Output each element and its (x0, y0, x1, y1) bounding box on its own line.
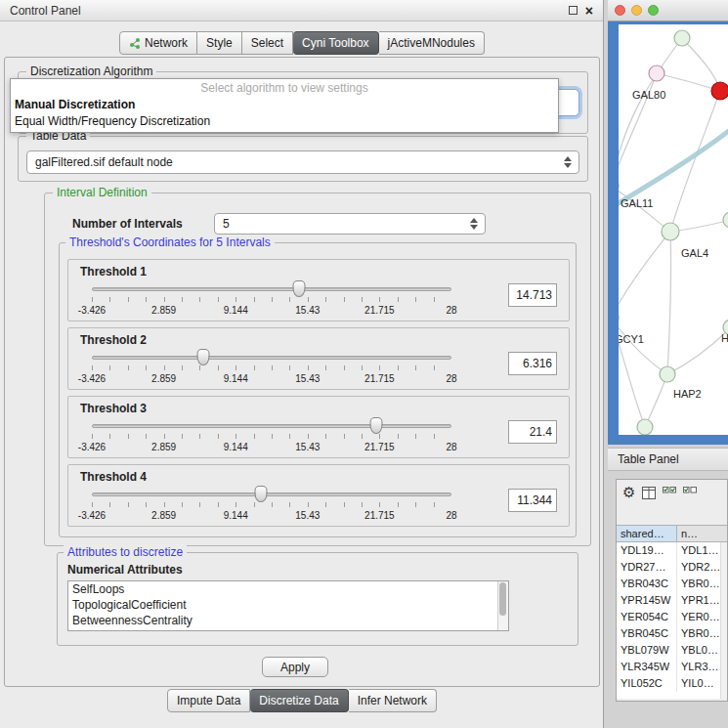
threshold-label: Threshold 3 (80, 402, 147, 415)
tab-select[interactable]: Select (242, 31, 293, 55)
float-window-icon[interactable] (569, 6, 578, 15)
minimize-traffic-light[interactable] (631, 5, 642, 16)
apply-button[interactable]: Apply (262, 657, 328, 677)
scale-label: 28 (446, 510, 456, 521)
number-of-intervals-value: 5 (215, 217, 466, 231)
node-label-hap2: HAP2 (673, 388, 702, 400)
slider-track[interactable] (92, 356, 451, 360)
threshold-slider[interactable]: -3.426 2.859 9.144 15.43 21.715 28 (92, 485, 451, 526)
cyni-toolbox-panel: Discretization Algorithm Select algorith… (4, 57, 600, 687)
table-row[interactable]: YIL052CYIL0… (617, 675, 727, 692)
threshold-value-field[interactable]: 11.344 (508, 489, 557, 512)
threshold-slider[interactable]: -3.426 2.859 9.144 15.43 21.715 28 (92, 416, 451, 457)
tab-style[interactable]: Style (197, 31, 242, 55)
table-row[interactable]: YER054CYER0… (617, 609, 727, 625)
list-item[interactable]: BetweennessCentrality (68, 613, 508, 628)
table-data-combobox[interactable]: galFiltered.sif default node (26, 150, 579, 174)
network-node-gal80[interactable] (649, 65, 664, 81)
threshold-slider[interactable]: -3.426 2.859 9.144 15.43 21.715 28 (92, 279, 451, 321)
slider-ticks (92, 502, 451, 507)
slider-thumb[interactable] (254, 486, 267, 502)
list-item[interactable]: TopologicalCoefficient (68, 597, 508, 613)
network-node[interactable] (674, 30, 690, 46)
dropdown-item-equal-width-frequency[interactable]: Equal Width/Frequency Discretization (11, 113, 558, 130)
tab-label: Network (145, 36, 188, 50)
network-node-gal4[interactable] (662, 223, 679, 240)
scale-label: -3.426 (78, 373, 106, 384)
threshold-value-field[interactable]: 21.4 (508, 420, 557, 444)
dropdown-item-manual-discretization[interactable]: Manual Discretization (11, 97, 558, 113)
slider-track[interactable] (92, 424, 451, 428)
group-title: Interval Definition (53, 186, 151, 199)
table-row[interactable]: YBR043CYBR0… (617, 576, 727, 592)
slider-track[interactable] (92, 492, 451, 496)
slider-thumb[interactable] (369, 417, 382, 434)
table-row[interactable]: YPR145WYPR1… (617, 592, 727, 609)
slider-track[interactable] (92, 287, 451, 291)
tab-discretize-data[interactable]: Discretize Data (250, 689, 348, 712)
scale-label: 2.859 (151, 510, 176, 521)
scale-label: 9.144 (224, 305, 248, 316)
network-view-window: GAL80 GAL11 GAL4 GCY1 HAP2 H (608, 0, 728, 445)
slider-thumb[interactable] (293, 280, 306, 297)
scale-label: 15.43 (295, 373, 320, 384)
zoom-traffic-light[interactable] (648, 5, 659, 16)
number-of-intervals-label: Number of Intervals (72, 217, 183, 231)
tab-label: Discretize Data (259, 694, 338, 707)
threshold-slider[interactable]: -3.426 2.859 9.144 15.43 21.715 28 (92, 348, 451, 389)
close-traffic-light[interactable] (615, 5, 625, 16)
scale-label: 9.144 (224, 510, 248, 521)
number-of-intervals-combobox[interactable]: 5 (214, 213, 486, 235)
table-row[interactable]: YDL19…YDL1… (617, 542, 727, 559)
threshold-value-field[interactable]: 6.316 (508, 352, 557, 375)
scale-label: 15.43 (295, 510, 320, 521)
network-node-selected[interactable] (711, 82, 728, 100)
scale-label: 2.859 (151, 442, 176, 452)
list-item[interactable]: SelfLoops (68, 581, 508, 597)
tab-label: Select (251, 36, 283, 50)
tab-network[interactable]: Network (119, 31, 197, 55)
table-row[interactable]: YLR345WYLR3… (617, 659, 727, 675)
scale-label: -3.426 (78, 510, 106, 521)
algorithm-placeholder: Select algorithm to view settings (11, 79, 558, 97)
network-node-hap2[interactable] (660, 366, 675, 382)
network-node[interactable] (637, 419, 653, 435)
columns-icon[interactable] (642, 487, 656, 499)
table-panel-titlebar: Table Panel (608, 448, 728, 471)
threshold-panel-2: Threshold 2 -3.426 2.859 9.144 15.43 21.… (67, 327, 570, 390)
tab-jactivemnodules[interactable]: jActiveMNodules (379, 31, 485, 55)
group-title: Attributes to discretize (64, 545, 187, 559)
table-row[interactable]: YBR045CYBR0… (617, 625, 727, 642)
table-scrollbar[interactable] (720, 542, 727, 699)
deselect-columns-icon[interactable] (683, 487, 697, 499)
slider-ticks (92, 297, 451, 302)
tab-cyni-toolbox[interactable]: Cyni Toolbox (293, 31, 378, 55)
gear-icon[interactable]: ⚙ (622, 485, 635, 500)
slider-thumb[interactable] (197, 349, 210, 365)
table-row[interactable]: YDR27…YDR2… (617, 559, 727, 576)
tab-infer-network[interactable]: Infer Network (349, 689, 437, 712)
slider-ticks (92, 365, 451, 370)
scale-label: -3.426 (78, 305, 106, 316)
tab-impute-data[interactable]: Impute Data (167, 689, 250, 712)
close-icon[interactable]: × (585, 5, 593, 17)
column-header-shared-name[interactable]: shared… (617, 526, 677, 541)
network-icon (129, 37, 141, 49)
scale-label: 15.43 (295, 305, 320, 316)
list-scrollbar[interactable] (497, 581, 508, 630)
select-all-columns-icon[interactable] (663, 487, 676, 499)
network-canvas[interactable]: GAL80 GAL11 GAL4 GCY1 HAP2 H (619, 24, 728, 435)
attributes-group: Attributes to discretize Numerical Attri… (57, 552, 578, 646)
threshold-value-field[interactable]: 14.713 (508, 283, 557, 307)
node-label-gal11: GAL11 (621, 197, 653, 209)
scale-label: 9.144 (224, 442, 248, 452)
stepper-arrows-icon (466, 218, 482, 230)
column-header-name[interactable]: n… (677, 526, 727, 541)
node-label-gcy1: GCY1 (619, 333, 644, 345)
table-row[interactable]: YBL079WYBL0… (617, 642, 727, 659)
threshold-panel-1: Threshold 1 -3.426 2.859 9.144 15.43 21.… (67, 259, 570, 321)
network-node[interactable] (723, 212, 728, 228)
scale-label: 28 (446, 373, 456, 384)
algorithm-dropdown-popup: Select algorithm to view settings Manual… (10, 78, 559, 133)
network-window-titlebar (608, 0, 728, 21)
